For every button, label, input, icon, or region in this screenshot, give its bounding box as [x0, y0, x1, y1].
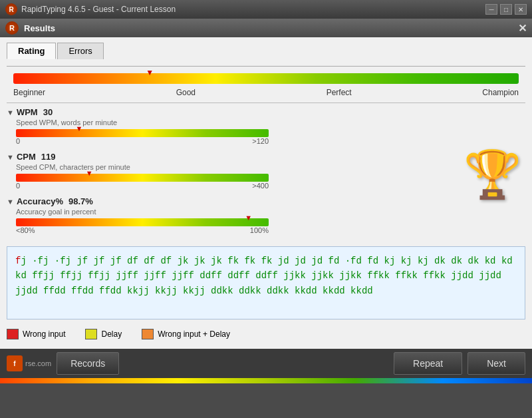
- cpm-min: 0: [16, 182, 20, 190]
- dialog-body: Rating Errors ▼ Beginner Good Perfect Ch…: [0, 37, 532, 349]
- footer: f rse.com Records Repeat Next: [0, 349, 532, 378]
- cpm-arrow: ▼: [7, 153, 14, 161]
- wpm-max: >120: [252, 137, 269, 145]
- dialog-title: Results: [24, 23, 55, 33]
- window-title: RapidTyping 4.6.5 - Guest - Current Less…: [21, 5, 485, 14]
- maximize-button[interactable]: □: [500, 4, 512, 15]
- window-close-button[interactable]: ✕: [515, 4, 527, 15]
- legend-wrong-input: Wrong input: [7, 329, 65, 339]
- cpm-label: CPM: [17, 152, 36, 162]
- footer-logo-icon: f: [7, 355, 23, 371]
- title-bar: R RapidTyping 4.6.5 - Guest - Current Le…: [0, 0, 532, 19]
- rating-marker: ▼: [146, 68, 154, 77]
- records-button[interactable]: Records: [57, 352, 119, 375]
- separator: [7, 103, 525, 103]
- metric-accuracy: ▼ Accuracy% 98.7% Accuracy goal in perce…: [7, 196, 452, 234]
- legend-wrong-input-label: Wrong input: [23, 329, 65, 339]
- rating-label-perfect: Perfect: [327, 88, 352, 97]
- legend-wrong-delay-label: Wrong input + Delay: [158, 329, 230, 339]
- tab-errors[interactable]: Errors: [57, 43, 103, 59]
- legend-wrong-delay: Wrong input + Delay: [142, 329, 230, 339]
- minimize-button[interactable]: ─: [485, 4, 497, 15]
- rating-bar-container: ▼: [7, 73, 525, 84]
- dialog-header: R Results ✕: [0, 19, 532, 37]
- cpm-sub: Speed CPM, characters per minute: [16, 163, 452, 171]
- acc-sub: Accuracy goal in percent: [16, 208, 452, 216]
- legend-delay: Delay: [85, 329, 122, 339]
- acc-min: <80%: [16, 226, 35, 234]
- dialog-icon: R: [5, 21, 19, 35]
- legend: Wrong input Delay Wrong input + Delay: [7, 325, 525, 343]
- trophy-icon: 🏆: [464, 151, 521, 198]
- cpm-value: 119: [41, 152, 68, 162]
- metric-cpm: ▼ CPM 119 Speed CPM, characters per minu…: [7, 152, 452, 190]
- practice-text-area: fj ·fj ·fj jf jf jf df df df jk jk jk fk…: [7, 246, 525, 319]
- legend-wrong-delay-box: [142, 329, 154, 339]
- acc-label: Accuracy%: [17, 196, 63, 206]
- rating-label-champion: Champion: [482, 88, 519, 97]
- footer-logo-text: rse.com: [25, 359, 51, 367]
- rating-labels: Beginner Good Perfect Champion: [7, 87, 525, 99]
- footer-color-bar: [0, 378, 532, 383]
- wpm-bar-marker: ▼: [76, 124, 83, 132]
- cpm-bar-marker: ▼: [86, 169, 93, 177]
- wpm-arrow: ▼: [7, 108, 14, 116]
- wpm-label: WPM: [17, 107, 38, 117]
- acc-bar: ▼: [16, 218, 269, 226]
- wpm-bar: ▼: [16, 129, 269, 137]
- acc-bar-marker: ▼: [245, 214, 252, 222]
- footer-logo: f rse.com: [7, 355, 51, 371]
- window-controls: ─ □ ✕: [485, 4, 527, 15]
- acc-max: 100%: [250, 226, 269, 234]
- next-button[interactable]: Next: [467, 352, 525, 375]
- practice-text-content: j ·fj ·fj jf jf jf df df df jk jk jk fk …: [15, 256, 513, 296]
- acc-value: 98.7%: [68, 196, 95, 206]
- wpm-min: 0: [16, 137, 20, 145]
- cpm-max: >400: [252, 182, 269, 190]
- repeat-button[interactable]: Repeat: [394, 352, 462, 375]
- tab-rating[interactable]: Rating: [7, 43, 56, 59]
- legend-delay-label: Delay: [101, 329, 122, 339]
- acc-arrow: ▼: [7, 198, 14, 206]
- trophy-area: 🏆: [459, 107, 525, 241]
- dialog-close-button[interactable]: ✕: [518, 22, 527, 35]
- cpm-bar: ▼: [16, 174, 269, 182]
- app-icon: R: [5, 3, 17, 15]
- metric-wpm: ▼ WPM 30 Speed WPM, words per minute ▼ 0…: [7, 107, 452, 145]
- metrics-list: ▼ WPM 30 Speed WPM, words per minute ▼ 0…: [7, 107, 452, 241]
- wpm-value: 30: [43, 107, 70, 117]
- metrics-area: ▼ WPM 30 Speed WPM, words per minute ▼ 0…: [7, 107, 525, 241]
- legend-wrong-input-box: [7, 329, 19, 339]
- tab-underline: [7, 66, 525, 67]
- legend-delay-box: [85, 329, 97, 339]
- rating-label-beginner: Beginner: [13, 88, 45, 97]
- tabs-container: Rating Errors: [7, 43, 525, 59]
- rating-label-good: Good: [176, 88, 196, 97]
- rating-bar-track: ▼: [13, 73, 519, 84]
